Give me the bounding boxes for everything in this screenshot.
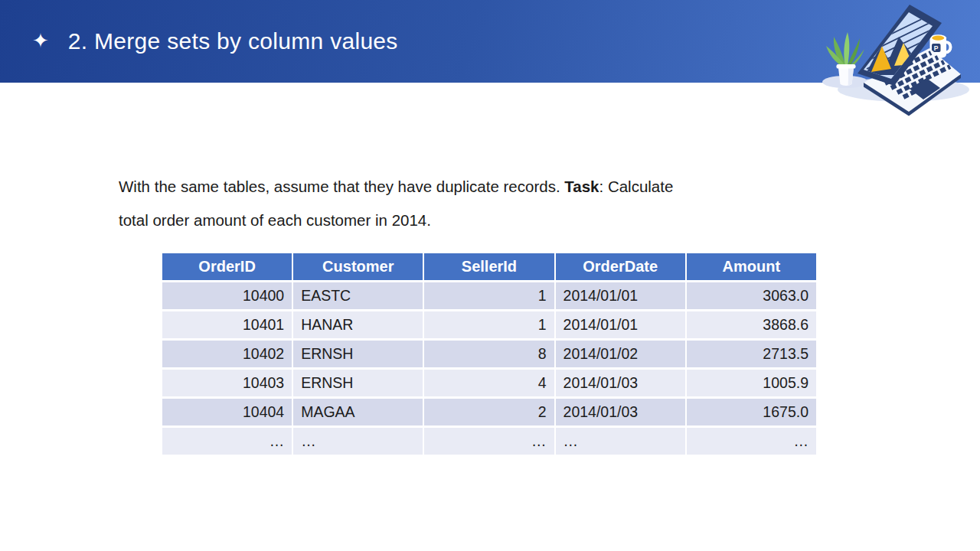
table-cell: … xyxy=(293,428,423,455)
column-header: Amount xyxy=(687,253,816,280)
order-table: OrderIDCustomerSellerIdOrderDateAmount 1… xyxy=(161,251,818,457)
table-cell: … xyxy=(424,428,554,455)
table-cell: 1675.0 xyxy=(687,399,816,425)
intro-bold-word: Task xyxy=(564,178,599,195)
table-cell: 10401 xyxy=(162,311,292,338)
table-cell: 2014/01/02 xyxy=(556,341,685,367)
table-cell: ERNSH xyxy=(293,370,423,396)
table-cell: 2 xyxy=(424,399,554,425)
table-cell: 2014/01/03 xyxy=(556,370,685,396)
table-cell: 10403 xyxy=(162,370,292,396)
table-cell: ERNSH xyxy=(293,341,423,367)
table-row: 10402ERNSH82014/01/022713.5 xyxy=(162,341,816,367)
column-header: SellerId xyxy=(424,253,554,280)
order-table-head: OrderIDCustomerSellerIdOrderDateAmount xyxy=(162,253,816,280)
table-cell: MAGAA xyxy=(293,399,423,425)
table-cell: 2014/01/03 xyxy=(556,399,685,425)
table-row: …………… xyxy=(162,428,816,455)
table-cell: HANAR xyxy=(293,311,423,338)
laptop-chart-illustration: P xyxy=(818,0,971,116)
intro-text: : Calculate xyxy=(599,178,674,195)
table-row: 10401HANAR12014/01/013868.6 xyxy=(162,311,816,338)
table-row: 10400EASTC12014/01/013063.0 xyxy=(162,282,816,309)
table-cell: 3868.6 xyxy=(687,311,816,338)
intro-text: With the same tables, assume that they h… xyxy=(119,178,564,195)
mug-logo-letter: P xyxy=(934,44,939,52)
table-row: 10403ERNSH42014/01/031005.9 xyxy=(162,370,816,396)
intro-text: total order amount of each customer in 2… xyxy=(119,211,431,229)
sparkle-icon: ✦ xyxy=(32,31,49,51)
table-cell: 3063.0 xyxy=(687,282,816,309)
table-cell: 4 xyxy=(424,370,554,396)
order-table-body: 10400EASTC12014/01/013063.010401HANAR120… xyxy=(162,282,816,455)
table-cell: 2014/01/01 xyxy=(556,282,685,309)
intro-paragraph: With the same tables, assume that they h… xyxy=(119,170,892,237)
table-cell: 10404 xyxy=(162,399,292,425)
table-cell: 1 xyxy=(424,282,554,309)
coffee xyxy=(932,36,944,41)
table-row: 10404MAGAA22014/01/031675.0 xyxy=(162,399,816,425)
column-header: OrderID xyxy=(162,253,292,280)
table-cell: EASTC xyxy=(293,282,423,309)
table-cell: 1005.9 xyxy=(687,370,816,396)
table-cell: … xyxy=(556,428,685,455)
column-header: OrderDate xyxy=(556,253,685,280)
slide-root: ✦ 2. Merge sets by column values xyxy=(0,0,980,551)
page-title: 2. Merge sets by column values xyxy=(68,28,398,54)
table-cell: 10402 xyxy=(162,341,292,367)
table-cell: 2014/01/01 xyxy=(556,311,685,338)
table-cell: 1 xyxy=(424,311,554,338)
header-row: OrderIDCustomerSellerIdOrderDateAmount xyxy=(162,253,816,280)
table-cell: … xyxy=(162,428,292,455)
table-cell: 2713.5 xyxy=(687,341,816,367)
table-cell: 8 xyxy=(424,341,554,367)
table-cell: … xyxy=(687,428,816,455)
table-cell: 10400 xyxy=(162,282,292,309)
column-header: Customer xyxy=(293,253,423,280)
